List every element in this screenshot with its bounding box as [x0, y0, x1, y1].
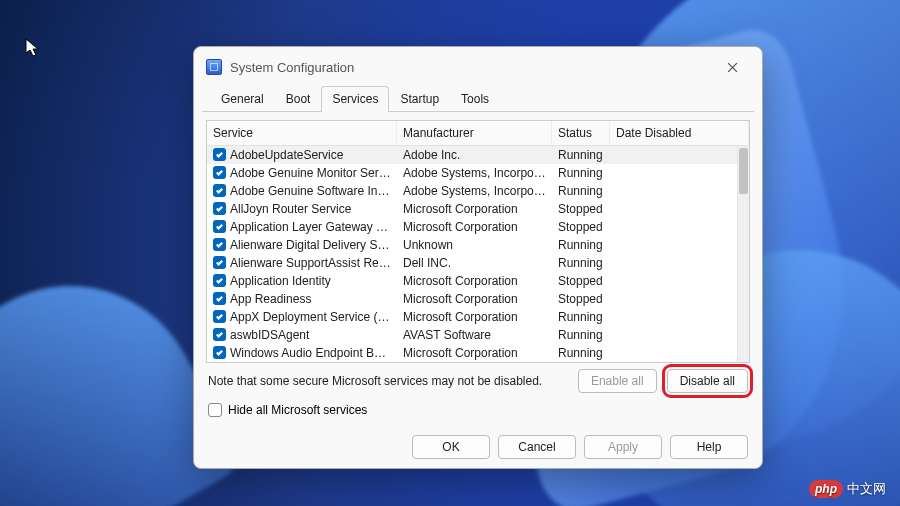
row-checkbox[interactable]	[213, 274, 226, 287]
table-row[interactable]: Alienware SupportAssist Remedi...Dell IN…	[207, 254, 737, 272]
row-checkbox[interactable]	[213, 220, 226, 233]
help-button[interactable]: Help	[670, 435, 748, 459]
table-row[interactable]: Application Layer Gateway ServiceMicroso…	[207, 218, 737, 236]
tab-boot[interactable]: Boot	[275, 86, 322, 112]
row-checkbox[interactable]	[213, 184, 226, 197]
scrollbar-thumb[interactable]	[739, 148, 748, 194]
table-row[interactable]: Adobe Genuine Software Integri...Adobe S…	[207, 182, 737, 200]
table-row[interactable]: Application IdentityMicrosoft Corporatio…	[207, 272, 737, 290]
table-row[interactable]: Alienware Digital Delivery ServicesUnkno…	[207, 236, 737, 254]
row-checkbox[interactable]	[213, 292, 226, 305]
tab-strip: GeneralBootServicesStartupTools	[202, 85, 754, 112]
list-header[interactable]: Service Manufacturer Status Date Disable…	[207, 121, 749, 146]
row-checkbox[interactable]	[213, 238, 226, 251]
enable-all-button[interactable]: Enable all	[578, 369, 657, 393]
tab-startup[interactable]: Startup	[389, 86, 450, 112]
col-manufacturer[interactable]: Manufacturer	[397, 121, 552, 145]
note-row: Note that some secure Microsoft services…	[208, 369, 748, 393]
ok-button[interactable]: OK	[412, 435, 490, 459]
row-checkbox[interactable]	[213, 346, 226, 359]
row-checkbox[interactable]	[213, 256, 226, 269]
watermark-text: 中文网	[847, 480, 886, 498]
watermark-badge: php	[809, 480, 843, 498]
close-button[interactable]	[712, 55, 752, 79]
hide-ms-label: Hide all Microsoft services	[228, 403, 367, 417]
col-date-disabled[interactable]: Date Disabled	[610, 121, 749, 145]
table-row[interactable]: aswbIDSAgentAVAST SoftwareRunning	[207, 326, 737, 344]
table-row[interactable]: AppX Deployment Service (AppX...Microsof…	[207, 308, 737, 326]
tab-general[interactable]: General	[210, 86, 275, 112]
col-status[interactable]: Status	[552, 121, 610, 145]
dialog-buttons: OK Cancel Apply Help	[208, 435, 748, 459]
note-text: Note that some secure Microsoft services…	[208, 374, 542, 388]
row-checkbox[interactable]	[213, 310, 226, 323]
table-row[interactable]: AllJoyn Router ServiceMicrosoft Corporat…	[207, 200, 737, 218]
table-row[interactable]: App ReadinessMicrosoft CorporationStoppe…	[207, 290, 737, 308]
titlebar[interactable]: System Configuration	[194, 47, 762, 85]
list-body[interactable]: AdobeUpdateServiceAdobe Inc.RunningAdobe…	[207, 146, 737, 362]
apply-button[interactable]: Apply	[584, 435, 662, 459]
table-row[interactable]: AdobeUpdateServiceAdobe Inc.Running	[207, 146, 737, 164]
table-row[interactable]: Adobe Genuine Monitor ServiceAdobe Syste…	[207, 164, 737, 182]
table-row[interactable]: Windows Audio Endpoint BuilderMicrosoft …	[207, 344, 737, 362]
hide-ms-row[interactable]: Hide all Microsoft services	[208, 403, 748, 417]
msconfig-icon	[206, 59, 222, 75]
tab-services[interactable]: Services	[321, 86, 389, 112]
tab-tools[interactable]: Tools	[450, 86, 500, 112]
window-title: System Configuration	[230, 60, 354, 75]
row-checkbox[interactable]	[213, 166, 226, 179]
watermark: php 中文网	[809, 480, 886, 498]
system-configuration-dialog: System Configuration GeneralBootServices…	[193, 46, 763, 469]
row-checkbox[interactable]	[213, 202, 226, 215]
vertical-scrollbar[interactable]	[737, 146, 749, 362]
row-checkbox[interactable]	[213, 328, 226, 341]
disable-all-button[interactable]: Disable all	[667, 369, 748, 393]
row-checkbox[interactable]	[213, 148, 226, 161]
hide-ms-checkbox[interactable]	[208, 403, 222, 417]
cancel-button[interactable]: Cancel	[498, 435, 576, 459]
col-service[interactable]: Service	[207, 121, 397, 145]
services-list: Service Manufacturer Status Date Disable…	[206, 120, 750, 363]
